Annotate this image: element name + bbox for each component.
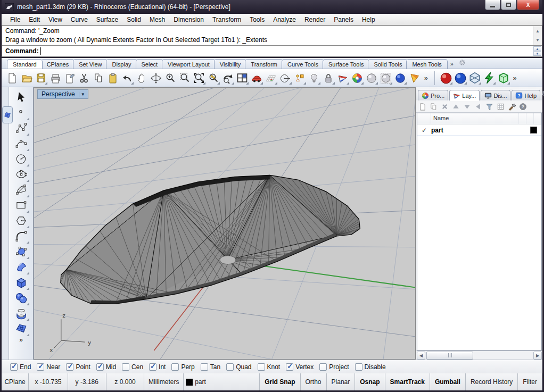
export-annotate-button[interactable] <box>63 72 76 85</box>
curve-button[interactable] <box>13 136 29 151</box>
lock-button[interactable] <box>322 72 335 85</box>
menu-help[interactable]: Help <box>358 15 380 24</box>
point-edit-button[interactable] <box>293 72 306 85</box>
scroll-right-icon[interactable]: ▶ <box>533 352 542 360</box>
spinner-down-icon[interactable]: ▼ <box>533 51 541 56</box>
status-part[interactable]: part <box>184 373 260 390</box>
move-left-button[interactable] <box>474 103 482 111</box>
move-down-button[interactable] <box>463 103 471 111</box>
paste-button[interactable] <box>106 72 119 85</box>
toggle-osnap[interactable]: Osnap <box>355 373 385 390</box>
scrollbar-thumb[interactable] <box>426 352 473 360</box>
toggle-gumball[interactable]: Gumball <box>430 373 466 390</box>
osnap-quad[interactable]: Quad <box>226 363 251 371</box>
panel-tab-dis[interactable]: Dis... <box>481 90 510 101</box>
toggle-ortho[interactable]: Ortho <box>301 373 327 390</box>
viewport-scene[interactable]: zyx <box>34 88 415 359</box>
shade-dotted-button[interactable] <box>380 72 392 85</box>
osnap-project-checkbox[interactable] <box>319 363 327 371</box>
scroll-left-icon[interactable]: ◀ <box>417 352 425 360</box>
osnap-disable[interactable]: Disable <box>355 363 386 371</box>
panel-gear-icon[interactable] <box>541 89 544 98</box>
new-document-button[interactable] <box>6 72 19 85</box>
osnap-disable-checkbox[interactable] <box>355 363 362 371</box>
osnap-cen[interactable]: Cen <box>122 363 143 371</box>
copy-button[interactable] <box>92 72 105 85</box>
toolbar-tab-display[interactable]: Display <box>106 59 137 69</box>
toolbar-tab-standard[interactable]: Standard <box>7 59 43 69</box>
open-folder-button[interactable] <box>20 72 33 85</box>
spinner-up-icon[interactable]: ▲ <box>533 46 541 51</box>
rotate-view-button[interactable] <box>150 72 162 85</box>
panel-tab-pro[interactable]: Pro... <box>418 90 448 101</box>
lamp-button[interactable] <box>308 72 320 85</box>
layer-row[interactable]: ✓part <box>417 124 541 136</box>
toolbar-tab-visibility[interactable]: Visibility <box>214 59 247 69</box>
cut-button[interactable] <box>78 72 90 85</box>
pan-hand-button[interactable] <box>135 72 148 85</box>
layer-list-empty-area[interactable] <box>417 136 541 350</box>
menu-tools[interactable]: Tools <box>245 15 269 24</box>
new-layer-button[interactable] <box>418 103 426 111</box>
osnap-tan-checkbox[interactable] <box>201 363 208 371</box>
render-red-button[interactable] <box>440 72 452 85</box>
ghost-green-button[interactable] <box>497 72 510 85</box>
filter-funnel-button[interactable] <box>485 103 493 111</box>
osnap-cen-checkbox[interactable] <box>122 363 129 371</box>
menu-panels[interactable]: Panels <box>329 15 358 24</box>
surface-curve-button[interactable] <box>13 259 29 274</box>
revolve-button[interactable] <box>13 305 29 321</box>
osnap-point[interactable]: Point <box>66 363 90 371</box>
menu-surface[interactable]: Surface <box>92 15 122 24</box>
delete-layer-button[interactable] <box>441 103 449 111</box>
tools-hammer-button[interactable] <box>508 103 516 111</box>
zoom-extents-button[interactable] <box>193 72 205 85</box>
help-ball-button[interactable]: ? <box>519 103 527 111</box>
command-spinner[interactable]: ▲▼ <box>533 46 541 56</box>
osnap-quad-checkbox[interactable] <box>226 363 234 371</box>
menu-analyze[interactable]: Analyze <box>269 15 300 24</box>
toggle-smarttrack[interactable]: SmartTrack <box>385 373 430 390</box>
sidebar-overflow-chevrons[interactable]: » <box>19 336 23 344</box>
box-button[interactable] <box>13 274 29 290</box>
osnap-perp[interactable]: Perp <box>171 363 194 371</box>
layer-name[interactable]: part <box>431 127 530 134</box>
mesh-surface-button[interactable] <box>13 321 29 336</box>
osnap-near[interactable]: Near <box>37 363 60 371</box>
save-button[interactable] <box>35 72 47 85</box>
osnap-near-checkbox[interactable] <box>37 363 44 371</box>
arc-button[interactable] <box>13 182 29 197</box>
toggle-filter[interactable]: Filter <box>518 373 542 390</box>
mesh-wireframe[interactable] <box>61 175 360 304</box>
panel-tab-lay[interactable]: Lay... <box>449 90 480 101</box>
view-undo-button[interactable] <box>221 72 234 85</box>
tab-gear-icon[interactable] <box>459 59 466 67</box>
osnap-knot[interactable]: Knot <box>258 363 281 371</box>
polygon-button[interactable] <box>13 213 29 228</box>
cplane-grid-button[interactable] <box>265 72 277 85</box>
command-history[interactable]: Command: '_Zoom Drag a window to zoom ( … <box>2 26 542 46</box>
osnap-vertex-checkbox[interactable] <box>286 363 293 371</box>
menu-edit[interactable]: Edit <box>24 15 44 24</box>
flash-green-button[interactable] <box>483 72 496 85</box>
osnap-perp-checkbox[interactable] <box>171 363 179 371</box>
osnap-mid-checkbox[interactable] <box>96 363 104 371</box>
osnap-int[interactable]: Int <box>149 363 166 371</box>
shade-sphere-button[interactable] <box>365 72 378 85</box>
render-blue-button[interactable] <box>454 72 467 85</box>
layer-color-swatch[interactable] <box>530 127 537 134</box>
menu-mesh[interactable]: Mesh <box>145 15 169 24</box>
toolbar-tab-curve-tools[interactable]: Curve Tools <box>282 59 324 69</box>
command-history-scrollbar[interactable]: ▲ ▼ <box>533 26 542 45</box>
zoom-window-button[interactable] <box>178 72 191 85</box>
rectangle-button[interactable] <box>13 197 29 213</box>
render-sphere-button[interactable] <box>394 72 407 85</box>
color-wheel-button[interactable] <box>351 72 364 85</box>
osnap-int-checkbox[interactable] <box>149 363 156 371</box>
layer-table-button[interactable] <box>497 103 505 111</box>
point-button[interactable] <box>13 105 29 120</box>
circle-center-button[interactable] <box>279 72 292 85</box>
menu-curve[interactable]: Curve <box>67 15 92 24</box>
toolbar-tab-solid-tools[interactable]: Solid Tools <box>368 59 408 69</box>
menu-transform[interactable]: Transform <box>208 15 245 24</box>
